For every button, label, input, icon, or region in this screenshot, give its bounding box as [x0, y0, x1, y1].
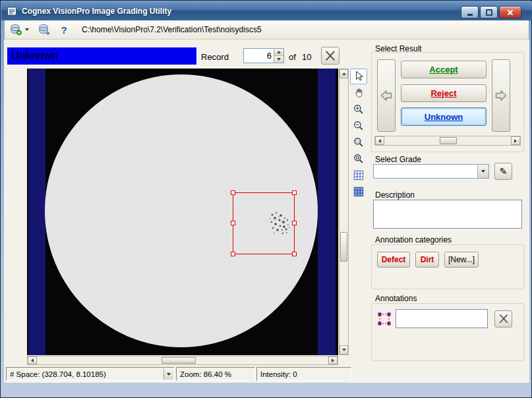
app-window: Cognex VisionPro Image Grading Utility: [0, 0, 532, 398]
vertical-scroll-thumb[interactable]: [340, 232, 347, 262]
help-icon: ?: [61, 24, 67, 36]
selection-handle[interactable]: [292, 221, 297, 225]
spinner-down-button[interactable]: [274, 56, 283, 63]
annotation-categories-label: Annotation categories: [375, 235, 452, 244]
record-spinner[interactable]: [243, 48, 284, 63]
grade-value: [374, 165, 477, 178]
space-dropdown-button[interactable]: [163, 368, 173, 380]
annotation-categories-group: Defect Dirt [New...]: [371, 244, 524, 289]
help-button[interactable]: ?: [55, 22, 73, 38]
result-banner: Unknown: [7, 47, 196, 65]
close-x-icon: [324, 49, 337, 63]
annotation-selection-box[interactable]: [233, 192, 295, 254]
pixel-grid-tool-button[interactable]: [350, 184, 367, 200]
zoom-in-tool-button[interactable]: [350, 101, 367, 117]
window-title: Cognex VisionPro Image Grading Utility: [22, 7, 171, 16]
zoom-image-icon: [352, 152, 365, 165]
annotations-label: Annotations: [375, 294, 417, 303]
scroll-down-button[interactable]: [340, 345, 348, 355]
minimize-icon: [465, 8, 475, 17]
database-export-icon: [9, 24, 22, 36]
minimize-button[interactable]: [461, 6, 479, 18]
select-grade-label: Select Grade: [375, 155, 421, 164]
zoom-image-tool-button[interactable]: [350, 151, 367, 167]
record-position-slider[interactable]: [374, 136, 521, 146]
description-textarea[interactable]: [373, 200, 522, 229]
scroll-right-button[interactable]: [328, 356, 338, 364]
spinner-buttons: [274, 49, 283, 63]
right-panel: Select Result Accept Reject Unknown Sele: [370, 40, 529, 383]
zoom-window-tool-button[interactable]: [350, 134, 367, 150]
zoom-window-icon: [352, 136, 365, 149]
close-icon: [506, 8, 515, 17]
app-icon[interactable]: [7, 6, 17, 16]
right-stripe: [318, 69, 336, 355]
horizontal-scroll-thumb[interactable]: [162, 357, 196, 364]
grid-icon: [352, 169, 365, 182]
image-display[interactable]: [27, 69, 338, 355]
next-arrow-icon: [494, 88, 508, 103]
grade-dropdown-button[interactable]: [477, 165, 488, 178]
slider-thumb[interactable]: [440, 137, 457, 144]
space-status-text: # Space: (328.704, 8.10185): [10, 370, 106, 378]
space-status-combo[interactable]: # Space: (328.704, 8.10185): [6, 367, 175, 381]
selection-handle[interactable]: [231, 252, 235, 256]
edit-grades-button[interactable]: ✎: [494, 163, 512, 180]
slider-right-button[interactable]: [511, 136, 520, 145]
right-arrow-icon: [332, 358, 334, 362]
maximize-icon: [485, 8, 494, 17]
annotations-group: [371, 303, 524, 361]
image-vertical-scrollbar[interactable]: [339, 69, 349, 355]
category-dirt-button[interactable]: Dirt: [415, 252, 439, 268]
current-file-path: C:\home\VisionPro\7.2\Verification\Test\…: [82, 25, 262, 34]
description-label: Description: [375, 190, 415, 200]
image-horizontal-scrollbar[interactable]: [27, 356, 338, 365]
close-button[interactable]: [499, 6, 521, 18]
of-label: of: [289, 52, 296, 62]
close-x-icon: [498, 313, 510, 325]
previous-arrow-icon: [379, 88, 394, 103]
intensity-status: Intensity: 0: [256, 367, 351, 381]
previous-record-button[interactable]: [377, 59, 396, 132]
pencil-icon: ✎: [500, 166, 508, 177]
title-bar: Cognex VisionPro Image Grading Utility: [1, 1, 532, 20]
hand-icon: [352, 86, 365, 100]
grade-combobox[interactable]: [373, 164, 489, 179]
maximize-button[interactable]: [480, 6, 498, 18]
category-defect-button[interactable]: Defect: [377, 252, 410, 268]
down-arrow-icon: [342, 349, 346, 351]
zoom-status: Zoom: 86.40 %: [176, 367, 255, 381]
status-bar: # Space: (328.704, 8.10185) Zoom: 86.40 …: [6, 367, 351, 381]
dropdown-caret-icon: [167, 373, 171, 376]
intensity-status-text: Intensity: 0: [260, 370, 297, 378]
accept-button[interactable]: Accept: [401, 61, 487, 78]
pointer-icon: [352, 70, 365, 83]
export-dropdown-caret-icon[interactable]: [25, 28, 29, 31]
selection-handle[interactable]: [292, 252, 297, 256]
remove-record-button[interactable]: [321, 47, 340, 65]
unknown-button[interactable]: Unknown: [401, 107, 487, 126]
scroll-left-button[interactable]: [28, 356, 37, 364]
export-record-button[interactable]: [7, 22, 24, 38]
next-record-button[interactable]: [492, 59, 510, 132]
export-all-button[interactable]: [36, 22, 53, 38]
pan-tool-button[interactable]: [350, 85, 367, 101]
selection-handle[interactable]: [231, 221, 235, 225]
pointer-tool-button[interactable]: [350, 69, 367, 84]
record-number-input[interactable]: [244, 49, 274, 63]
selection-handle[interactable]: [231, 190, 235, 195]
zoom-in-icon: [352, 103, 365, 116]
reject-button[interactable]: Reject: [401, 84, 487, 102]
zoom-out-tool-button[interactable]: [350, 118, 367, 134]
select-result-group: Accept Reject Unknown: [371, 52, 524, 152]
spinner-up-button[interactable]: [274, 49, 283, 56]
delete-annotation-button[interactable]: [494, 310, 512, 327]
scroll-up-button[interactable]: [340, 69, 348, 78]
grid-tool-button[interactable]: [350, 167, 367, 183]
image-tool-column: [350, 69, 367, 200]
selection-handle[interactable]: [292, 190, 297, 195]
annotation-text-input[interactable]: [396, 309, 488, 328]
slider-left-button[interactable]: [375, 136, 384, 145]
right-arrow-icon: [514, 139, 517, 143]
category-new-button[interactable]: [New...]: [444, 252, 479, 268]
